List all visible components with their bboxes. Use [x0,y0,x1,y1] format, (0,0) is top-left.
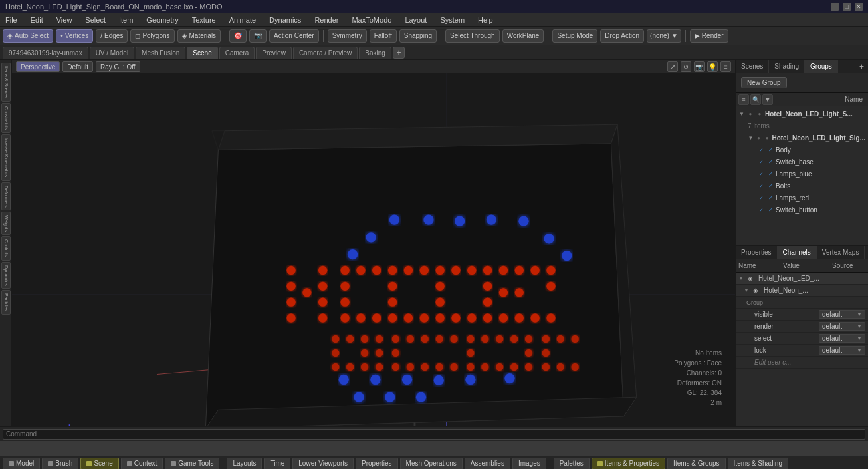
images-button[interactable]: Images [512,458,546,470]
layouts-button[interactable]: Layouts [227,458,262,470]
channels-tab[interactable]: Channels [778,246,817,259]
menu-item[interactable]: Item [116,16,136,24]
tab-baking[interactable]: Baking [359,47,391,59]
ray-gl-button[interactable]: Ray GL: Off [96,61,140,72]
props-item-header[interactable]: ▼ ◈ Hotel_Neon_LED_... [736,273,868,285]
menu-select[interactable]: Select [82,16,108,24]
lamps-red-visibility-icon[interactable]: ✓ [757,194,765,202]
lamps-blue-render-icon[interactable]: ✓ [766,170,774,178]
tool-weights[interactable]: Weights [1,212,11,235]
subgroup-render-icon[interactable]: ● [764,134,771,142]
render-icon[interactable]: ● [756,110,764,118]
viewport-reset-icon[interactable]: ↺ [681,61,691,72]
visibility-icon[interactable]: ● [746,110,754,118]
bolts-visibility-icon[interactable]: ✓ [757,182,765,190]
mode-brush-button[interactable]: Brush [42,458,78,470]
subgroup-expand-icon[interactable]: ▼ [748,134,754,141]
render-value[interactable]: default ▼ [819,322,865,331]
tool-dynamics[interactable]: Dynamics [1,262,11,289]
workplane-button[interactable]: WorkPlane [502,29,544,43]
minimize-button[interactable]: — [831,3,839,11]
tab-scene[interactable]: Scene [187,47,217,59]
drop-action-button[interactable]: Drop Action [600,29,644,43]
tree-item-root-group[interactable]: ▼ ● ● Hotel_Neon_LED_Light_S... [736,108,868,120]
subgroup-visibility-icon[interactable]: ● [755,134,762,142]
select-dropdown-arrow[interactable]: ▼ [857,335,862,341]
mesh-operations-button[interactable]: Mesh Operations [400,458,463,470]
tree-item-switch-button[interactable]: ✓ ✓ Switch_button [736,204,868,216]
menu-geometry[interactable]: Geometry [144,16,181,24]
properties-button[interactable]: Properties [356,458,398,470]
menu-dynamics[interactable]: Dynamics [267,16,304,24]
viewport-expand-icon[interactable]: ⤢ [667,61,678,72]
close-button[interactable]: ✕ [855,3,863,11]
body-render-icon[interactable]: ✓ [766,146,774,154]
items-groups-button[interactable]: Items & Groups [667,458,725,470]
subheader-expand-icon[interactable]: ▼ [744,287,750,293]
visible-dropdown-arrow[interactable]: ▼ [857,311,862,317]
scenes-tab[interactable]: Scenes [736,60,769,73]
menu-file[interactable]: File [3,16,20,24]
menu-layout[interactable]: Layout [402,16,429,24]
default-shading-button[interactable]: Default [62,61,93,72]
time-button[interactable]: Time [264,458,290,470]
render-button[interactable]: ▶ Render [690,29,728,43]
props-user-channels-row[interactable]: Edit user c... [736,357,868,369]
tool-inverse-kinematics[interactable]: Inverse Kinematics [1,134,11,180]
snapping-button[interactable]: Snapping [399,29,437,43]
falloff-button[interactable]: Falloff [370,29,397,43]
menu-help[interactable]: Help [475,16,496,24]
auto-select-button[interactable]: ◈ Auto Select [3,29,53,43]
groups-tab[interactable]: Groups [805,60,838,73]
switch-button-render-icon[interactable]: ✓ [766,206,774,214]
vertices-button[interactable]: • Vertices [56,29,93,43]
menu-view[interactable]: View [54,16,75,24]
window-controls[interactable]: — □ ✕ [831,3,863,11]
assemblies-button[interactable]: Assemblies [465,458,510,470]
tab-camera[interactable]: Camera [219,47,255,59]
mode-model-button[interactable]: Model [3,458,40,470]
bolts-render-icon[interactable]: ✓ [766,182,774,190]
shading-tab[interactable]: Shading [769,60,805,73]
camera-button[interactable]: 📷 [249,29,267,43]
tree-item-subgroup[interactable]: ▼ ● ● Hotel_Neon_LED_Light_Sig... [736,132,868,144]
lamps-blue-visibility-icon[interactable]: ✓ [757,170,765,178]
vertex-maps-tab[interactable]: Vertex Maps [817,246,865,259]
menu-animate[interactable]: Animate [227,16,259,24]
action-dropdown[interactable]: (none) ▼ [647,29,681,43]
render-dropdown-arrow[interactable]: ▼ [857,323,862,329]
tab-mesh-fusion[interactable]: Mesh Fusion [136,47,185,59]
items-shading-button[interactable]: Items & Shading [728,458,788,470]
switch-base-render-icon[interactable]: ✓ [766,158,774,166]
tree-item-body[interactable]: ✓ ✓ Body [736,144,868,156]
lamps-red-render-icon[interactable]: ✓ [766,194,774,202]
tree-item-lamps-blue[interactable]: ✓ ✓ Lamps_blue [736,168,868,180]
tool-deformers[interactable]: Deformers [1,182,11,211]
lock-value[interactable]: default ▼ [819,346,865,355]
add-tab-button[interactable]: + [393,47,405,59]
new-group-button[interactable]: New Group [741,77,787,88]
add-panel-button[interactable]: + [855,62,868,71]
tab-camera-preview[interactable]: Camera / Preview [293,47,358,59]
lock-dropdown-arrow[interactable]: ▼ [857,347,862,353]
viewport-light-icon[interactable]: 💡 [707,61,718,72]
lower-viewports-button[interactable]: Lower Viewports [292,458,354,470]
tab-layout-unmax[interactable]: 97494630199-lay-unmax [3,47,88,59]
select-value[interactable]: default ▼ [819,334,865,343]
menu-maxtomodo[interactable]: MaxToModo [349,16,394,24]
tree-filter-icon[interactable]: 🔍 [750,94,761,105]
tree-view-icon[interactable]: ≡ [738,94,749,105]
tool-constraints[interactable]: Constraints [1,103,11,133]
tree-item-lamps-red[interactable]: ✓ ✓ Lamps_red [736,192,868,204]
tree-collapse-icon[interactable]: ▼ [762,94,773,105]
items-properties-button[interactable]: Items & Properties [592,458,665,470]
command-input[interactable] [3,429,865,440]
tab-preview[interactable]: Preview [256,47,292,59]
select-through-button[interactable]: Select Through [445,29,500,43]
viewport[interactable]: Perspective Default Ray GL: Off ⤢ ↺ 📷 💡 … [12,60,735,441]
viewport-camera-icon[interactable]: 📷 [694,61,705,72]
symmetry-button[interactable]: Symmetry [328,29,367,43]
viewport-menu-icon[interactable]: ≡ [720,61,731,72]
menu-edit[interactable]: Edit [28,16,46,24]
tab-uv-model[interactable]: UV / Model [90,47,134,59]
